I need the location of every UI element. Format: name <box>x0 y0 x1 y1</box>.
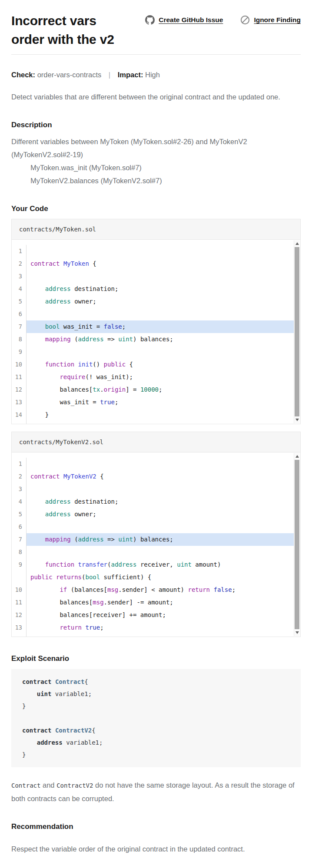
meta-line: Check: order-vars-contracts | Impact: Hi… <box>11 71 301 79</box>
code-text: was_init = true; <box>27 396 294 409</box>
exploit-code-line: contract ContractV2{ <box>22 724 290 736</box>
line-number: 12 <box>12 609 27 621</box>
code-line: 8 <box>12 546 294 558</box>
line-number: 13 <box>12 396 27 409</box>
create-github-issue-label: Create GitHub Issue <box>159 16 223 24</box>
meta-separator: | <box>109 71 110 79</box>
scrollbar-thumb[interactable] <box>295 247 299 416</box>
recommendation-heading: Recommendation <box>11 822 301 831</box>
code-line: 4 address destination; <box>12 283 294 295</box>
line-number: 2 <box>12 470 27 483</box>
line-number: 15 <box>12 421 27 424</box>
scrollbar-down-icon[interactable] <box>295 631 299 634</box>
line-number: 3 <box>12 483 27 495</box>
description-lines: Different variables between MyToken (MyT… <box>11 135 301 187</box>
code-line: 12 balances[tx.origin] = 10000; <box>12 383 294 396</box>
scrollbar[interactable] <box>294 240 300 423</box>
code-text: mapping (address => uint) balances; <box>27 333 294 346</box>
code-line: 14 } <box>12 634 294 637</box>
description-line: Different variables between MyToken (MyT… <box>11 135 301 161</box>
code-line: 14 } <box>12 409 294 421</box>
finding-header: Incorrect vars order with the v2 Create … <box>11 11 301 49</box>
exploit-code-line: } <box>22 749 290 761</box>
code-block: contracts/MyTokenV2.sol12contract MyToke… <box>11 432 301 637</box>
github-icon <box>145 15 155 25</box>
code-text <box>27 546 294 558</box>
create-github-issue-link[interactable]: Create GitHub Issue <box>145 15 223 25</box>
code-text: if (balances[msg.sender] < amount) retur… <box>27 584 294 596</box>
line-number: 10 <box>12 358 27 371</box>
code-line: 10 function init() public { <box>12 358 294 371</box>
code-line: 9 function transfer(address receiver, ui… <box>12 558 294 584</box>
code-text: contract MyToken { <box>27 257 294 270</box>
exploit-code-line: uint variable1; <box>22 688 290 700</box>
scrollbar-up-icon[interactable] <box>295 455 299 458</box>
code-text <box>27 346 294 358</box>
line-number: 14 <box>12 409 27 421</box>
code-text <box>27 308 294 320</box>
code-text: balances[msg.sender] -= amount; <box>27 596 294 609</box>
line-number: 10 <box>12 584 27 596</box>
impact-label: Impact: <box>118 71 143 79</box>
code-line: 4 address destination; <box>12 495 294 508</box>
scrollbar[interactable] <box>294 453 300 636</box>
inline-code: Contract <box>11 782 40 789</box>
code-line: 15 <box>12 421 294 424</box>
code-line: 6 <box>12 308 294 320</box>
line-number: 5 <box>12 295 27 308</box>
exploit-code-line: address variable1; <box>22 736 290 749</box>
description-line: MyTokenV2.balances (MyTokenV2.sol#7) <box>11 174 301 187</box>
code-text: address owner; <box>27 295 294 308</box>
impact-value: High <box>145 71 160 79</box>
ignore-finding-link[interactable]: Ignore Finding <box>240 15 301 25</box>
exploit-code-line <box>22 712 290 724</box>
ignore-icon <box>240 15 250 25</box>
line-number: 8 <box>12 546 27 558</box>
line-number: 14 <box>12 634 27 637</box>
code-editor[interactable]: 12contract MyToken {34 address destinati… <box>12 240 300 424</box>
code-line: 7 bool was_init = false; <box>12 320 294 333</box>
code-text: function transfer(address receiver, uint… <box>27 558 294 584</box>
line-number: 13 <box>12 621 27 634</box>
line-number: 6 <box>12 521 27 533</box>
code-text: contract MyTokenV2 { <box>27 470 294 483</box>
code-line: 13 return true; <box>12 621 294 634</box>
line-number: 7 <box>12 533 27 546</box>
code-line: 5 address owner; <box>12 508 294 521</box>
your-code-heading: Your Code <box>11 205 301 213</box>
line-number: 4 <box>12 283 27 295</box>
code-text <box>27 458 294 470</box>
code-text: address destination; <box>27 283 294 295</box>
code-text <box>27 483 294 495</box>
code-line: 10 if (balances[msg.sender] < amount) re… <box>12 584 294 596</box>
line-number: 7 <box>12 320 27 333</box>
code-text: address owner; <box>27 508 294 521</box>
code-line: 9 <box>12 346 294 358</box>
code-filename: contracts/MyToken.sol <box>12 219 300 240</box>
code-line: 6 <box>12 521 294 533</box>
scrollbar-thumb[interactable] <box>295 460 299 629</box>
scrollbar-down-icon[interactable] <box>295 419 299 421</box>
code-filename: contracts/MyTokenV2.sol <box>12 432 300 452</box>
code-text: mapping (address => uint) balances; <box>27 533 294 546</box>
scrollbar-up-icon[interactable] <box>295 242 299 245</box>
inline-code: ContractV2 <box>56 782 93 789</box>
code-text: balances[tx.origin] = 10000; <box>27 383 294 396</box>
line-number: 11 <box>12 596 27 609</box>
line-number: 6 <box>12 308 27 320</box>
your-code-blocks: contracts/MyToken.sol12contract MyToken … <box>11 219 301 637</box>
exploit-scenario-heading: Exploit Scenario <box>11 654 301 663</box>
summary-text: Detect variables that are different betw… <box>11 90 301 103</box>
exploit-code-block: contract Contract{ uint variable1;} cont… <box>11 669 301 767</box>
line-number: 11 <box>12 371 27 383</box>
code-text <box>27 270 294 283</box>
description-line: MyToken.was_init (MyToken.sol#7) <box>11 161 301 174</box>
divider <box>11 54 301 55</box>
line-number: 5 <box>12 508 27 521</box>
line-number: 2 <box>12 257 27 270</box>
line-number: 8 <box>12 333 27 346</box>
code-editor[interactable]: 12contract MyTokenV2 {34 address destina… <box>12 452 300 637</box>
line-number: 9 <box>12 346 27 358</box>
code-text <box>27 521 294 533</box>
header-actions: Create GitHub Issue Ignore Finding <box>145 15 301 25</box>
